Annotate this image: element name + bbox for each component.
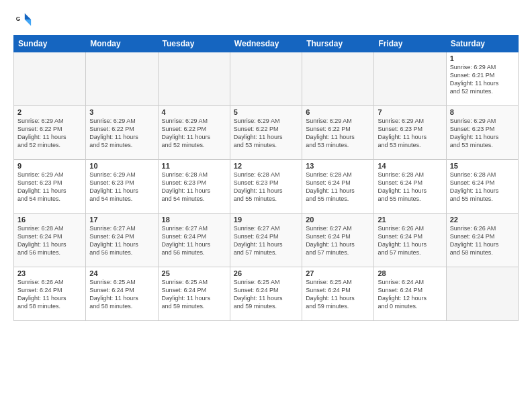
- day-info: Sunrise: 6:29 AM Sunset: 6:22 PM Dayligh…: [306, 117, 370, 150]
- calendar-cell: 20Sunrise: 6:27 AM Sunset: 6:24 PM Dayli…: [302, 214, 374, 267]
- weekday-thursday: Thursday: [302, 36, 374, 52]
- day-info: Sunrise: 6:29 AM Sunset: 6:23 PM Dayligh…: [378, 117, 442, 150]
- calendar-cell: 4Sunrise: 6:29 AM Sunset: 6:22 PM Daylig…: [158, 106, 230, 160]
- day-number: 4: [162, 108, 226, 116]
- weekday-saturday: Saturday: [446, 36, 518, 52]
- svg-text:G: G: [16, 15, 21, 22]
- day-info: Sunrise: 6:28 AM Sunset: 6:24 PM Dayligh…: [306, 171, 370, 203]
- calendar-cell: [374, 52, 446, 106]
- calendar-cell: 17Sunrise: 6:27 AM Sunset: 6:24 PM Dayli…: [86, 214, 158, 267]
- day-info: Sunrise: 6:28 AM Sunset: 6:24 PM Dayligh…: [17, 224, 82, 257]
- day-info: Sunrise: 6:27 AM Sunset: 6:24 PM Dayligh…: [306, 224, 370, 257]
- calendar-cell: [230, 52, 302, 106]
- week-row-2: 2Sunrise: 6:29 AM Sunset: 6:22 PM Daylig…: [14, 106, 519, 160]
- calendar-cell: 27Sunrise: 6:25 AM Sunset: 6:24 PM Dayli…: [302, 267, 374, 321]
- day-number: 13: [306, 162, 370, 170]
- calendar-cell: 7Sunrise: 6:29 AM Sunset: 6:23 PM Daylig…: [374, 106, 446, 160]
- day-info: Sunrise: 6:28 AM Sunset: 6:24 PM Dayligh…: [378, 171, 442, 203]
- day-info: Sunrise: 6:29 AM Sunset: 6:21 PM Dayligh…: [450, 63, 515, 96]
- calendar-cell: 19Sunrise: 6:27 AM Sunset: 6:24 PM Dayli…: [230, 214, 302, 267]
- day-number: 26: [234, 269, 298, 277]
- day-number: 8: [450, 108, 515, 116]
- day-number: 22: [450, 216, 515, 224]
- calendar-cell: 13Sunrise: 6:28 AM Sunset: 6:24 PM Dayli…: [302, 160, 374, 214]
- day-number: 18: [162, 216, 226, 224]
- day-info: Sunrise: 6:25 AM Sunset: 6:24 PM Dayligh…: [306, 278, 370, 311]
- day-info: Sunrise: 6:28 AM Sunset: 6:23 PM Dayligh…: [234, 171, 298, 203]
- logo-icon: G: [13, 11, 32, 30]
- calendar-cell: 18Sunrise: 6:27 AM Sunset: 6:24 PM Dayli…: [158, 214, 230, 267]
- day-info: Sunrise: 6:27 AM Sunset: 6:24 PM Dayligh…: [89, 224, 154, 257]
- week-row-4: 16Sunrise: 6:28 AM Sunset: 6:24 PM Dayli…: [14, 214, 519, 267]
- calendar-cell: 2Sunrise: 6:29 AM Sunset: 6:22 PM Daylig…: [14, 106, 86, 160]
- calendar-table: SundayMondayTuesdayWednesdayThursdayFrid…: [13, 35, 519, 321]
- day-number: 10: [89, 162, 154, 170]
- day-number: 21: [378, 216, 442, 224]
- day-number: 3: [89, 108, 154, 116]
- day-number: 12: [234, 162, 298, 170]
- day-number: 16: [17, 216, 82, 224]
- day-info: Sunrise: 6:29 AM Sunset: 6:22 PM Dayligh…: [17, 117, 82, 150]
- calendar-cell: 22Sunrise: 6:26 AM Sunset: 6:24 PM Dayli…: [446, 214, 518, 267]
- day-info: Sunrise: 6:29 AM Sunset: 6:23 PM Dayligh…: [89, 171, 154, 203]
- calendar-cell: [14, 52, 86, 106]
- calendar-cell: 1Sunrise: 6:29 AM Sunset: 6:21 PM Daylig…: [446, 52, 518, 106]
- weekday-tuesday: Tuesday: [158, 36, 230, 52]
- day-info: Sunrise: 6:24 AM Sunset: 6:24 PM Dayligh…: [378, 278, 442, 311]
- calendar-cell: 24Sunrise: 6:25 AM Sunset: 6:24 PM Dayli…: [86, 267, 158, 321]
- calendar-cell: 23Sunrise: 6:26 AM Sunset: 6:24 PM Dayli…: [14, 267, 86, 321]
- day-info: Sunrise: 6:25 AM Sunset: 6:24 PM Dayligh…: [234, 278, 298, 311]
- day-info: Sunrise: 6:29 AM Sunset: 6:22 PM Dayligh…: [89, 117, 154, 150]
- day-number: 14: [378, 162, 442, 170]
- day-info: Sunrise: 6:25 AM Sunset: 6:24 PM Dayligh…: [162, 278, 226, 311]
- day-info: Sunrise: 6:26 AM Sunset: 6:24 PM Dayligh…: [450, 224, 515, 257]
- calendar-cell: 28Sunrise: 6:24 AM Sunset: 6:24 PM Dayli…: [374, 267, 446, 321]
- day-number: 1: [450, 54, 515, 62]
- weekday-sunday: Sunday: [14, 36, 86, 52]
- calendar-cell: 25Sunrise: 6:25 AM Sunset: 6:24 PM Dayli…: [158, 267, 230, 321]
- day-info: Sunrise: 6:29 AM Sunset: 6:23 PM Dayligh…: [17, 171, 82, 203]
- weekday-friday: Friday: [374, 36, 446, 52]
- day-number: 7: [378, 108, 442, 116]
- day-info: Sunrise: 6:28 AM Sunset: 6:23 PM Dayligh…: [162, 171, 226, 203]
- day-number: 23: [17, 269, 82, 277]
- calendar-cell: 11Sunrise: 6:28 AM Sunset: 6:23 PM Dayli…: [158, 160, 230, 214]
- day-number: 6: [306, 108, 370, 116]
- day-number: 9: [17, 162, 82, 170]
- week-row-5: 23Sunrise: 6:26 AM Sunset: 6:24 PM Dayli…: [14, 267, 519, 321]
- calendar-cell: 15Sunrise: 6:28 AM Sunset: 6:24 PM Dayli…: [446, 160, 518, 214]
- header: G: [13, 11, 519, 30]
- day-number: 15: [450, 162, 515, 170]
- day-number: 28: [378, 269, 442, 277]
- calendar-cell: [446, 267, 518, 321]
- day-number: 24: [89, 269, 154, 277]
- day-number: 25: [162, 269, 226, 277]
- calendar-cell: [158, 52, 230, 106]
- weekday-wednesday: Wednesday: [230, 36, 302, 52]
- day-number: 19: [234, 216, 298, 224]
- calendar-cell: 16Sunrise: 6:28 AM Sunset: 6:24 PM Dayli…: [14, 214, 86, 267]
- calendar-cell: [86, 52, 158, 106]
- day-info: Sunrise: 6:27 AM Sunset: 6:24 PM Dayligh…: [234, 224, 298, 257]
- calendar-cell: 21Sunrise: 6:26 AM Sunset: 6:24 PM Dayli…: [374, 214, 446, 267]
- calendar-cell: 6Sunrise: 6:29 AM Sunset: 6:22 PM Daylig…: [302, 106, 374, 160]
- week-row-3: 9Sunrise: 6:29 AM Sunset: 6:23 PM Daylig…: [14, 160, 519, 214]
- calendar-cell: [302, 52, 374, 106]
- logo: G: [13, 11, 35, 30]
- calendar-cell: 26Sunrise: 6:25 AM Sunset: 6:24 PM Dayli…: [230, 267, 302, 321]
- day-info: Sunrise: 6:29 AM Sunset: 6:22 PM Dayligh…: [234, 117, 298, 150]
- day-number: 27: [306, 269, 370, 277]
- week-row-1: 1Sunrise: 6:29 AM Sunset: 6:21 PM Daylig…: [14, 52, 519, 106]
- day-info: Sunrise: 6:26 AM Sunset: 6:24 PM Dayligh…: [378, 224, 442, 257]
- calendar-cell: 3Sunrise: 6:29 AM Sunset: 6:22 PM Daylig…: [86, 106, 158, 160]
- calendar-cell: 5Sunrise: 6:29 AM Sunset: 6:22 PM Daylig…: [230, 106, 302, 160]
- day-number: 2: [17, 108, 82, 116]
- day-info: Sunrise: 6:28 AM Sunset: 6:24 PM Dayligh…: [450, 171, 515, 203]
- day-info: Sunrise: 6:29 AM Sunset: 6:22 PM Dayligh…: [162, 117, 226, 150]
- day-info: Sunrise: 6:25 AM Sunset: 6:24 PM Dayligh…: [89, 278, 154, 311]
- day-info: Sunrise: 6:29 AM Sunset: 6:23 PM Dayligh…: [450, 117, 515, 150]
- day-number: 11: [162, 162, 226, 170]
- calendar-cell: 14Sunrise: 6:28 AM Sunset: 6:24 PM Dayli…: [374, 160, 446, 214]
- day-number: 20: [306, 216, 370, 224]
- calendar-cell: 8Sunrise: 6:29 AM Sunset: 6:23 PM Daylig…: [446, 106, 518, 160]
